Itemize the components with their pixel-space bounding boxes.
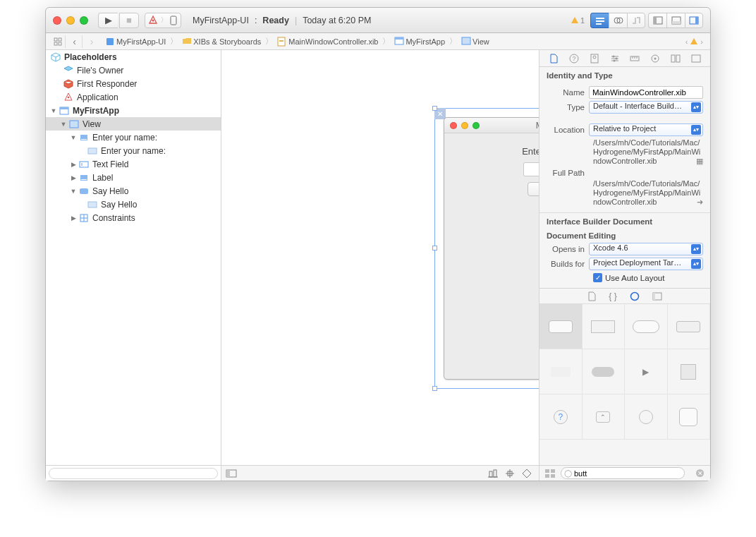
library-textured-button[interactable]	[668, 304, 711, 349]
library-check-box[interactable]	[539, 349, 583, 394]
search-icon: ◯	[564, 469, 572, 477]
related-items-button[interactable]	[50, 35, 66, 48]
svg-point-54	[612, 55, 614, 57]
library-search-input[interactable]	[561, 467, 685, 479]
toggle-debug-button[interactable]	[666, 13, 685, 28]
application-item[interactable]: Application	[46, 90, 221, 104]
jump-bar-file[interactable]: MainWindowController.xib	[274, 37, 381, 47]
window-group-item[interactable]: ▼ MyFirstApp	[46, 104, 221, 117]
library-disclosure-button[interactable]: ▶	[625, 349, 668, 394]
files-owner-item[interactable]: File's Owner	[46, 64, 221, 77]
standard-editor-button[interactable]	[590, 13, 609, 28]
close-window-button[interactable]	[53, 16, 61, 25]
enter-name-cell[interactable]: Enter your name:	[46, 144, 221, 157]
library-rounded-rect-button[interactable]	[625, 304, 668, 349]
resolve-issues-button[interactable]	[519, 468, 535, 479]
svg-text:?: ?	[573, 55, 576, 62]
label-icon	[79, 133, 89, 142]
connections-inspector-tab[interactable]	[647, 51, 663, 66]
go-forward-button[interactable]: ›	[84, 35, 99, 48]
pin-button[interactable]	[502, 468, 518, 479]
go-back-button[interactable]: ‹	[67, 35, 83, 48]
jump-bar-issues-next[interactable]: ›	[697, 37, 706, 46]
scheme-selector[interactable]: 〉	[145, 13, 181, 28]
library-disclosure-triangle[interactable]: ⌃	[583, 394, 626, 440]
resize-handle[interactable]	[432, 386, 437, 391]
jump-bar-issues-nav[interactable]: ‹	[683, 37, 691, 46]
jump-bar-warning[interactable]	[690, 38, 697, 44]
library-round-button[interactable]	[625, 394, 668, 440]
placeholders-header: Placeholders	[46, 50, 221, 64]
selection-frame[interactable]: ✕	[434, 108, 539, 389]
text-field-item[interactable]: ▶ Text Field	[46, 157, 221, 171]
library-help-button[interactable]: ?	[539, 394, 583, 440]
resize-handle[interactable]	[432, 246, 437, 251]
toggle-outline-button[interactable]	[226, 469, 237, 478]
file-name-input[interactable]	[589, 86, 703, 99]
location-path: /Users/mh/Code/Tutorials/Mac/Hydrogene/M…	[547, 138, 703, 166]
toggle-utilities-button[interactable]	[685, 13, 703, 28]
constraints-item[interactable]: ▶ Constraints	[46, 211, 221, 224]
enter-name-label[interactable]: Enter your name:	[522, 146, 539, 157]
clear-search-button[interactable]: ✕	[696, 469, 704, 477]
say-hello-group[interactable]: ▼ Say Hello	[46, 184, 221, 198]
svg-rect-30	[80, 162, 88, 167]
media-icon	[652, 292, 662, 301]
library-square-button[interactable]	[668, 349, 711, 394]
jump-bar-project[interactable]: MyFirstApp-UI	[102, 37, 169, 47]
toggle-navigator-button[interactable]	[648, 13, 666, 28]
location-select[interactable]: Relative to Project▴▾	[589, 123, 703, 136]
outline-filter-input[interactable]	[49, 468, 218, 479]
first-responder-item[interactable]: First Responder	[46, 77, 221, 90]
minimize-window-button[interactable]	[66, 16, 75, 25]
file-inspector-tab[interactable]	[546, 51, 561, 66]
zoom-window-button[interactable]	[80, 16, 88, 25]
reveal-arrow-icon[interactable]: ➜	[697, 198, 703, 207]
xcode-window: ▶ ■ 〉 MyFirstApp-UI: Ready | Today at 6:…	[45, 7, 711, 481]
library-view-toggle[interactable]	[542, 469, 558, 478]
code-snippets-tab[interactable]: { }	[609, 291, 616, 301]
resize-handle[interactable]	[432, 106, 437, 111]
folder-picker-icon[interactable]: ▦	[696, 157, 703, 166]
file-templates-tab[interactable]	[587, 291, 596, 301]
canvas-background[interactable]: ✕	[221, 50, 539, 465]
app-icon	[148, 16, 158, 25]
svg-rect-41	[489, 471, 492, 477]
svg-rect-15	[54, 42, 57, 45]
view-item[interactable]: ▼ View	[46, 117, 221, 131]
doc-editing-header: Document Editing	[547, 231, 703, 240]
library-bevel-button[interactable]	[668, 394, 711, 440]
stop-button[interactable]: ■	[119, 13, 139, 28]
size-inspector-tab[interactable]	[627, 51, 642, 66]
enter-name-group[interactable]: ▼ Enter your name:	[46, 131, 221, 144]
say-hello-cell[interactable]: Say Hello	[46, 198, 221, 211]
svg-rect-68	[653, 293, 655, 300]
jump-bar-view[interactable]: View	[458, 37, 492, 47]
effects-inspector-tab[interactable]	[688, 51, 704, 66]
library-push-button[interactable]	[539, 304, 583, 349]
align-button[interactable]	[485, 468, 501, 479]
opens-in-select[interactable]: Xcode 4.6▴▾	[589, 243, 703, 255]
run-button[interactable]: ▶	[98, 13, 118, 28]
media-library-tab[interactable]	[652, 292, 662, 301]
file-type-select[interactable]: Default - Interface Build…▴▾	[589, 101, 703, 114]
jump-bar-folder[interactable]: XIBs & Storyboards	[179, 37, 264, 47]
version-editor-button[interactable]	[627, 13, 645, 28]
bindings-inspector-tab[interactable]	[668, 51, 683, 66]
say-hello-button[interactable]: Say Hello	[528, 182, 539, 196]
library-gradient-button[interactable]	[583, 304, 626, 349]
assistant-editor-icon	[614, 16, 623, 25]
assistant-editor-button[interactable]	[609, 13, 627, 28]
name-text-field[interactable]	[523, 162, 539, 176]
library-recessed-button[interactable]	[583, 349, 626, 394]
quick-help-tab[interactable]: ?	[566, 51, 582, 66]
label-item[interactable]: ▶ Label	[46, 171, 221, 184]
jump-bar-window[interactable]: MyFirstApp	[391, 37, 448, 47]
main-toolbar: ▶ ■ 〉 MyFirstApp-UI: Ready | Today at 6:…	[46, 8, 710, 33]
builds-for-select[interactable]: Project Deployment Tar…▴▾	[589, 258, 703, 270]
identity-inspector-tab[interactable]	[587, 51, 602, 66]
warning-indicator[interactable]: 1	[571, 16, 585, 25]
object-library-tab[interactable]	[630, 291, 640, 301]
attributes-inspector-tab[interactable]	[607, 51, 623, 66]
auto-layout-checkbox[interactable]: ✓ Use Auto Layout	[547, 273, 703, 282]
